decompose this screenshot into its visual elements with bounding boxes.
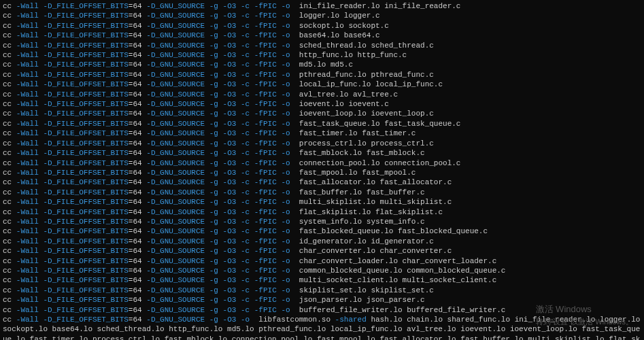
compile-line: cc -Wall -D_FILE_OFFSET_BITS=64 -D_GNU_S… — [3, 197, 641, 207]
compile-line: cc -Wall -D_FILE_OFFSET_BITS=64 -D_GNU_S… — [3, 266, 641, 275]
compile-line: cc -Wall -D_FILE_OFFSET_BITS=64 -D_GNU_S… — [3, 246, 641, 256]
compile-target: skiplist_set.lo skiplist_set.c — [299, 286, 434, 294]
compile-target: fast_timer.lo fast_timer.c — [299, 129, 416, 137]
compile-line: cc -Wall -D_FILE_OFFSET_BITS=64 -D_GNU_S… — [3, 109, 641, 118]
compile-target: buffered_file_writer.lo buffered_file_wr… — [299, 306, 506, 314]
compile-target: fast_mblock.lo fast_mblock.c — [299, 149, 425, 157]
compile-target: logger.lo logger.c — [299, 12, 380, 20]
compile-target: avl_tree.lo avl_tree.c — [299, 90, 398, 99]
compile-target: ini_file_reader.lo ini_file_reader.c — [299, 2, 461, 10]
compile-line: cc -Wall -D_FILE_OFFSET_BITS=64 -D_GNU_S… — [3, 129, 641, 138]
compile-line: cc -Wall -D_FILE_OFFSET_BITS=64 -D_GNU_S… — [3, 80, 641, 89]
compile-target: char_convert_loader.lo char_convert_load… — [299, 257, 496, 265]
compile-line: cc -Wall -D_FILE_OFFSET_BITS=64 -D_GNU_S… — [3, 31, 641, 40]
compile-target: http_func.lo http_func.c — [299, 51, 407, 59]
compile-target: local_ip_func.lo local_ip_func.c — [299, 80, 443, 88]
compile-target: id_generator.lo id_generator.c — [299, 237, 434, 245]
compile-line: cc -Wall -D_FILE_OFFSET_BITS=64 -D_GNU_S… — [3, 11, 641, 20]
compile-target: common_blocked_queue.lo common_blocked_q… — [299, 267, 506, 275]
compile-line: cc -Wall -D_FILE_OFFSET_BITS=64 -D_GNU_S… — [3, 286, 641, 295]
compile-target: flat_skiplist.lo flat_skiplist.c — [299, 208, 443, 216]
compile-line: cc -Wall -D_FILE_OFFSET_BITS=64 -D_GNU_S… — [3, 295, 641, 305]
compile-line: cc -Wall -D_FILE_OFFSET_BITS=64 -D_GNU_S… — [3, 168, 641, 177]
compile-target: connection_pool.lo connection_pool.c — [299, 159, 461, 167]
compile-target: sched_thread.lo sched_thread.c — [299, 41, 434, 50]
compile-target: multi_skiplist.lo multi_skiplist.c — [299, 198, 452, 206]
compile-target: fast_allocator.lo fast_allocator.c — [299, 178, 452, 186]
compile-line: cc -Wall -D_FILE_OFFSET_BITS=64 -D_GNU_S… — [3, 90, 641, 99]
compile-target: ioevent.lo ioevent.c — [299, 100, 389, 108]
compile-line: cc -Wall -D_FILE_OFFSET_BITS=64 -D_GNU_S… — [3, 50, 641, 60]
compile-target: fast_task_queue.lo fast_task_queue.c — [299, 120, 461, 128]
compile-target: system_info.lo system_info.c — [299, 218, 425, 226]
compile-line: cc -Wall -D_FILE_OFFSET_BITS=64 -D_GNU_S… — [3, 275, 641, 285]
compile-line: cc -Wall -D_FILE_OFFSET_BITS=64 -D_GNU_S… — [3, 188, 641, 197]
compile-target: multi_socket_client.lo multi_socket_clie… — [299, 276, 496, 284]
compile-target: ioevent_loop.lo ioevent_loop.c — [299, 109, 434, 118]
compile-target: fast_mpool.lo fast_mpool.c — [299, 169, 416, 177]
compile-line: cc -Wall -D_FILE_OFFSET_BITS=64 -D_GNU_S… — [3, 70, 641, 80]
compile-line: cc -Wall -D_FILE_OFFSET_BITS=64 -D_GNU_S… — [3, 305, 641, 315]
compile-target: md5.lo md5.c — [299, 61, 353, 69]
compile-line: cc -Wall -D_FILE_OFFSET_BITS=64 -D_GNU_S… — [3, 60, 641, 69]
compile-line: cc -Wall -D_FILE_OFFSET_BITS=64 -D_GNU_S… — [3, 139, 641, 148]
link-so-line: cc -Wall -D_FILE_OFFSET_BITS=64 -D_GNU_S… — [3, 315, 641, 340]
compile-line: cc -Wall -D_FILE_OFFSET_BITS=64 -D_GNU_S… — [3, 177, 641, 187]
compile-line: cc -Wall -D_FILE_OFFSET_BITS=64 -D_GNU_S… — [3, 148, 641, 158]
compile-target: char_converter.lo char_converter.c — [299, 247, 452, 255]
compile-line: cc -Wall -D_FILE_OFFSET_BITS=64 -D_GNU_S… — [3, 256, 641, 266]
compile-target: process_ctrl.lo process_ctrl.c — [299, 139, 434, 148]
compile-target: fast_blocked_queue.lo fast_blocked_queue… — [299, 227, 488, 235]
compile-target: pthread_func.lo pthread_func.c — [299, 71, 434, 79]
compile-line: cc -Wall -D_FILE_OFFSET_BITS=64 -D_GNU_S… — [3, 237, 641, 246]
compile-target: json_parser.lo json_parser.c — [299, 296, 425, 304]
compile-line: cc -Wall -D_FILE_OFFSET_BITS=64 -D_GNU_S… — [3, 217, 641, 226]
compile-line: cc -Wall -D_FILE_OFFSET_BITS=64 -D_GNU_S… — [3, 1, 641, 11]
terminal-output[interactable]: cc -Wall -D_FILE_OFFSET_BITS=64 -D_GNU_S… — [0, 0, 644, 340]
compile-line: cc -Wall -D_FILE_OFFSET_BITS=64 -D_GNU_S… — [3, 207, 641, 217]
compile-line: cc -Wall -D_FILE_OFFSET_BITS=64 -D_GNU_S… — [3, 21, 641, 31]
compile-line: cc -Wall -D_FILE_OFFSET_BITS=64 -D_GNU_S… — [3, 158, 641, 168]
compile-target: base64.lo base64.c — [299, 31, 380, 39]
compile-line: cc -Wall -D_FILE_OFFSET_BITS=64 -D_GNU_S… — [3, 99, 641, 109]
compile-target: sockopt.lo sockopt.c — [299, 22, 389, 30]
compile-target: fast_buffer.lo fast_buffer.c — [299, 188, 425, 197]
compile-line: cc -Wall -D_FILE_OFFSET_BITS=64 -D_GNU_S… — [3, 226, 641, 236]
compile-line: cc -Wall -D_FILE_OFFSET_BITS=64 -D_GNU_S… — [3, 41, 641, 50]
compile-line: cc -Wall -D_FILE_OFFSET_BITS=64 -D_GNU_S… — [3, 119, 641, 129]
